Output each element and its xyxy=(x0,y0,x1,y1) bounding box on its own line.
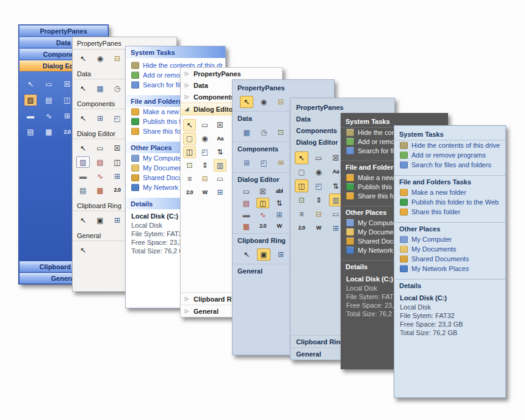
datagrid-icon[interactable]: ▦ xyxy=(93,82,107,94)
spinner-icon[interactable]: ⇅ xyxy=(273,198,286,208)
searchwin-icon[interactable]: ◰ xyxy=(312,179,325,192)
task-item-my-network-places[interactable]: My Network Places xyxy=(394,264,505,273)
pointer-icon[interactable]: ↖ xyxy=(76,214,90,226)
task-item-shared-documents[interactable]: Shared Documents xyxy=(394,254,505,264)
cd-icon[interactable]: ◫ xyxy=(295,179,308,192)
aa-icon[interactable]: Aa xyxy=(214,132,226,145)
two0-icon[interactable]: 2.0 xyxy=(183,186,196,198)
searchwin-icon[interactable]: ◰ xyxy=(257,157,270,169)
chart-icon[interactable]: ∿ xyxy=(256,209,269,220)
richtext-icon[interactable]: ▤ xyxy=(42,94,56,106)
table-icon[interactable]: ⊞ xyxy=(273,209,286,220)
task-item-share-this-folder[interactable]: Share this folder xyxy=(394,207,505,217)
db-icon[interactable]: ⊟ xyxy=(312,208,325,220)
two0-icon[interactable]: 2.0 xyxy=(295,222,308,234)
datagrid-icon[interactable]: ▦ xyxy=(240,126,253,139)
pointer-icon[interactable]: ↖ xyxy=(295,151,308,164)
envelope-icon[interactable]: ✉ xyxy=(274,157,288,169)
wizard-icon[interactable]: W xyxy=(273,221,286,231)
updown-icon[interactable]: ⇕ xyxy=(198,159,211,172)
clipboard-icon[interactable]: ▣ xyxy=(257,248,270,261)
tooltip-icon[interactable]: ▬ xyxy=(24,110,37,122)
pointer-icon[interactable]: ↖ xyxy=(24,78,37,90)
checkbox-icon[interactable]: ☒ xyxy=(214,119,226,131)
formgear-icon[interactable]: ⊡ xyxy=(183,159,196,172)
colors-icon[interactable]: ▩ xyxy=(240,221,253,231)
cd-icon[interactable]: ◫ xyxy=(110,156,124,168)
formgear-icon[interactable]: ⊡ xyxy=(274,126,288,139)
section-header-system-tasks[interactable]: System Tasks xyxy=(394,128,505,140)
tooltip-icon[interactable]: ▬ xyxy=(240,209,253,220)
two0-icon[interactable]: 2.0 xyxy=(110,184,124,196)
colors-icon[interactable]: ▩ xyxy=(42,126,56,138)
richtext-icon[interactable]: ▤ xyxy=(93,156,107,168)
task-item-search-for-files-and-folders[interactable]: Search for files and folders xyxy=(394,160,505,170)
sqldb-icon[interactable]: ⊟ xyxy=(274,96,288,108)
button-icon[interactable]: ▭ xyxy=(240,186,253,197)
treeview-icon[interactable]: ≡ xyxy=(183,173,196,185)
radio-icon[interactable]: ◉ xyxy=(198,132,211,145)
task-item-my-computer[interactable]: My Computer xyxy=(394,234,505,244)
progress-icon[interactable]: ▥ xyxy=(214,159,226,172)
db-icon[interactable]: ⊟ xyxy=(198,173,211,185)
pointer-icon[interactable]: ↖ xyxy=(76,142,90,154)
propgrid-icon[interactable]: ▤ xyxy=(76,184,90,196)
searchwin-icon[interactable]: ◰ xyxy=(198,146,211,158)
section-header-details[interactable]: Details xyxy=(394,279,505,291)
tree-item-propertypanes[interactable]: ▷PropertyPanes xyxy=(181,68,282,79)
pointer-icon[interactable]: ↖ xyxy=(76,112,90,124)
tooltip-icon[interactable]: ▬ xyxy=(76,170,90,182)
task-item-hide-the-contents-of-this-drive[interactable]: Hide the contents of this drive xyxy=(394,140,505,150)
table-icon[interactable]: ⊞ xyxy=(110,170,124,182)
section-header-other-places[interactable]: Other Places xyxy=(394,222,505,234)
propgrid-icon[interactable]: ▤ xyxy=(24,126,37,138)
task-item-add-or-remove-programs[interactable]: Add or remove programs xyxy=(394,150,505,160)
pointer-icon[interactable]: ↖ xyxy=(76,244,90,256)
table-icon[interactable]: ⊞ xyxy=(110,214,124,226)
button-icon[interactable]: ▭ xyxy=(42,78,56,90)
chart-icon[interactable]: ∿ xyxy=(42,110,56,122)
task-item-publish-this-folder-to-the-web[interactable]: Publish this folder to the Web xyxy=(394,197,505,207)
wizard-icon[interactable]: W xyxy=(312,222,325,234)
radio-icon[interactable]: ◉ xyxy=(312,165,325,178)
checkbox-icon[interactable]: ☒ xyxy=(256,186,269,197)
cd-icon[interactable]: ◫ xyxy=(256,198,269,208)
checkbox-icon[interactable]: ☒ xyxy=(110,142,124,154)
clipboard-icon[interactable]: ▣ xyxy=(93,214,107,226)
xyzframe-icon[interactable]: ▢ xyxy=(295,165,308,178)
table-icon[interactable]: ⊞ xyxy=(274,248,288,261)
component-icon[interactable]: ⊞ xyxy=(93,112,107,124)
section-header-file-and-folders-tasks[interactable]: File and Folders Tasks xyxy=(394,175,505,187)
pointer-icon[interactable]: ↖ xyxy=(183,119,196,131)
timer-icon[interactable]: ◷ xyxy=(110,82,124,94)
cd-icon[interactable]: ◫ xyxy=(183,146,196,158)
wizard-icon[interactable]: W xyxy=(198,186,211,198)
pointer-icon[interactable]: ↖ xyxy=(76,82,90,94)
table-icon[interactable]: ⊞ xyxy=(214,186,226,198)
pointer-icon[interactable]: ↖ xyxy=(240,96,253,108)
picture-icon[interactable]: ▨ xyxy=(24,94,37,106)
task-item-my-documents[interactable]: My Documents xyxy=(394,244,505,254)
button-icon[interactable]: ▭ xyxy=(312,151,325,164)
component-icon[interactable]: ⊞ xyxy=(240,157,253,169)
treeview-icon[interactable]: ≡ xyxy=(295,208,308,220)
section-header-propertypanes[interactable]: PropertyPanes xyxy=(233,80,334,93)
button-icon[interactable]: ▭ xyxy=(198,119,211,131)
spinner-icon[interactable]: ⇅ xyxy=(214,146,226,158)
xyzframe-icon[interactable]: ▢ xyxy=(183,132,196,145)
group-header-propertypanes[interactable]: PropertyPanes xyxy=(20,26,107,37)
button-icon[interactable]: ▭ xyxy=(93,142,107,154)
richtext-icon[interactable]: ▤ xyxy=(240,198,253,208)
two0-icon[interactable]: 2.0 xyxy=(256,221,269,231)
pointer-icon[interactable]: ↖ xyxy=(76,52,90,64)
searchwin-icon[interactable]: ◰ xyxy=(110,112,124,124)
formgear-icon[interactable]: ⊡ xyxy=(295,194,308,206)
pointer-icon[interactable]: ↖ xyxy=(240,248,253,261)
film-icon[interactable]: ▭ xyxy=(214,173,226,185)
textbox-icon[interactable]: abl xyxy=(273,186,286,197)
picture-icon[interactable]: ▨ xyxy=(76,156,90,168)
timer-icon[interactable]: ◷ xyxy=(257,126,270,139)
sqldb-icon[interactable]: ⊟ xyxy=(110,52,124,64)
updown-icon[interactable]: ⇕ xyxy=(312,194,325,206)
radio-icon[interactable]: ◉ xyxy=(257,96,270,108)
